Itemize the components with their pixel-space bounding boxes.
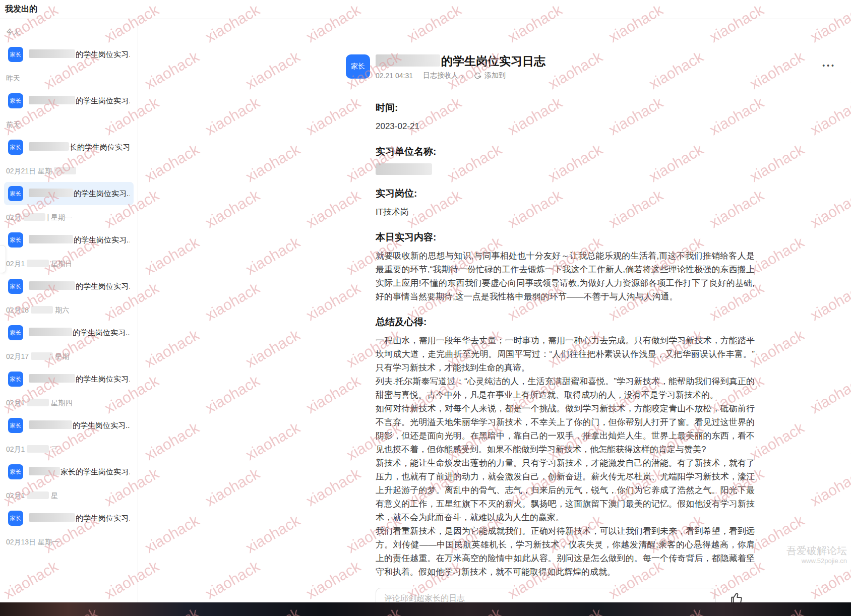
date-header: 02月1星期四 [0,399,138,409]
log-item-title: 家长的学生岗位实习... [29,467,130,477]
parent-badge: 家长 [8,47,23,62]
field-label-summary: 总结及心得: [376,316,755,329]
sidebar: 今天 家长 的学生岗位实习... 昨天 家长 的学生岗位实习... 前天 家长 … [0,20,138,616]
more-icon: ••• [822,61,836,70]
log-title: 的学生岗位实习日志 [376,54,545,68]
redacted-name [29,513,75,522]
sidebar-date-group: 今天 家长 的学生岗位实习... [0,28,138,66]
log-list-item[interactable]: 家长 长的学生岗位实习... [4,136,134,159]
log-item-title: 的学生岗位实习... [29,96,130,106]
date-header: 今天 [0,28,138,38]
date-header: 02月13日 星期一 [0,538,138,548]
log-item-title: 的学生岗位实习... [29,235,130,245]
date-header: 02月21日 星期 [0,167,138,177]
top-bar: 我发出的 [0,0,851,19]
log-list-item[interactable]: 家长 的学生岗位实习... [4,275,134,298]
redacted-name [29,328,72,336]
sidebar-collapse-handle[interactable] [0,245,6,273]
field-label-unit: 实习单位名称: [376,145,755,158]
sidebar-date-group: 昨天 家长 的学生岗位实习... [0,74,138,112]
log-header: 家长 的学生岗位实习日志 02.21 04:31 日志接收人 › 添加到 [346,54,851,80]
log-list-item[interactable]: 家长 家长的学生岗位实习... [4,460,134,483]
log-timestamp: 02.21 04:31 [376,72,413,80]
redacted-date [27,491,49,499]
date-header: 02月1星期日 [0,260,138,270]
summary-paragraph: 列夫.托尔斯泰写道过：“心灵纯洁的人，生活充满甜蜜和喜悦。”学习新技术，能帮助我… [376,375,755,402]
log-list-item[interactable]: 家长 的学生岗位实习... [4,182,134,205]
redacted-date [27,399,49,406]
parent-badge: 家长 [8,418,23,433]
summary-paragraphs: 一程山水，需用一段年华去丈量；一时事功，需用一种心力去完成。只有做到学习新技术，… [376,334,755,579]
sidebar-date-group: 02月21日 星期 家长 的学生岗位实习... [0,167,138,205]
redacted-date [27,260,49,267]
add-to-icon [473,72,482,80]
redacted-unit-name [376,163,432,175]
field-value-time: 2023-02-21 [376,119,755,133]
page-title: 我发出的 [0,0,851,15]
field-label-post: 实习岗位: [376,187,755,200]
parent-badge: 家长 [8,186,23,201]
parent-badge: 家长 [8,511,23,526]
log-meta: 02.21 04:31 日志接收人 › 添加到 [376,71,545,80]
sidebar-date-group: 02月13日 星期一 [0,538,138,548]
sidebar-date-group: 02月18期六 家长 的学生岗位实习... [0,306,138,344]
app-window: 我发出的 今天 家长 的学生岗位实习... 昨天 家长 的学生岗位实习... 前… [0,0,851,616]
summary-paragraph: 如何对待新技术，对每个人来说，都是一个挑战。做到学习新技术，方能咬定青山不放松，… [376,402,755,456]
parent-badge: 家长 [8,140,23,155]
parent-badge: 家长 [8,232,23,248]
recipients-link[interactable]: 日志接收人 › [423,71,463,80]
summary-paragraph: 新技术，能让生命焕发出蓬勃的力量。只有学习新技术，才能激发自己的潜能。有了新技术… [376,456,755,524]
redacted-name [29,420,72,429]
bottom-image-strip [0,602,851,616]
log-detail-panel: ••• 家长 的学生岗位实习日志 02.21 04:31 日志接收人 › [346,19,851,616]
log-list-item[interactable]: 家长 的学生岗位实习... [4,43,134,66]
log-item-title: 的学生岗位实习... [29,328,130,338]
chevron-right-icon: › [461,72,463,80]
add-to-label: 添加到 [484,71,506,80]
date-header: 昨天 [0,74,138,84]
log-list-item[interactable]: 家长 的学生岗位实习... [4,321,134,344]
log-title-text: 的学生岗位实习日志 [441,54,545,68]
summary-paragraph: 我们看重新技术，是因为它能成就我们。正确对待新技术，可以让我们看到未来，看到希望… [376,524,755,579]
log-list-item[interactable]: 家长 的学生岗位实习... [4,507,134,530]
redacted-name [29,374,75,383]
date-header: 02月1星 [0,491,138,502]
parent-badge: 家长 [8,464,23,479]
log-item-title: 的学生岗位实习... [29,513,130,523]
field-label-content: 本日实习内容: [376,231,755,244]
redacted-date [31,306,53,314]
log-item-title: 的学生岗位实习... [29,374,130,384]
sidebar-date-group: 02月1星期日 家长 的学生岗位实习... [0,260,138,298]
log-item-title: 的学生岗位实习... [29,420,130,430]
field-value-post: IT技术岗 [376,205,755,219]
more-menu-button[interactable]: ••• [820,59,838,72]
redacted-name [29,281,75,290]
parent-badge: 家长 [8,279,23,294]
summary-paragraph: 一程山水，需用一段年华去丈量；一时事功，需用一种心力去完成。只有做到学习新技术，… [376,334,755,375]
date-header: 前天 [0,120,138,131]
log-item-title: 的学生岗位实习... [29,49,130,59]
redacted-name [29,96,75,104]
log-list-item[interactable]: 家长 的学生岗位实习... [4,414,134,437]
log-list-item[interactable]: 家长 的学生岗位实习... [4,89,134,112]
redacted-name [29,49,75,58]
log-item-title: 的学生岗位实习... [29,281,130,291]
field-value-content: 就要吸收新的思想与知识,与同事相处也十分友好～让我总能乐观的生活着,而这不我们推… [376,249,755,303]
recipients-label: 日志接收人 [423,71,458,80]
log-body: 时间: 2023-02-21 实习单位名称: 实习岗位: IT技术岗 本日实习内… [376,101,755,579]
redacted-date [54,167,76,174]
log-list-item[interactable]: 家长 的学生岗位实习... [4,367,134,391]
sidebar-date-group: 02月17星期 家长 的学生岗位实习... [0,352,138,391]
redacted-name [29,189,73,197]
log-list-item[interactable]: 家长 的学生岗位实习... [4,228,134,252]
sidebar-date-group: 02月1星 家长 的学生岗位实习... [0,491,138,530]
parent-badge: 家长 [8,93,23,108]
redacted-name [29,235,73,243]
sidebar-date-group: 02月| 星期一 家长 的学生岗位实习... [0,213,138,252]
add-to-button[interactable]: 添加到 [473,71,506,80]
redacted-date [31,352,53,360]
date-header: 02月1三 [0,445,138,455]
parent-badge: 家长 [8,372,23,387]
redacted-name [29,142,69,151]
parent-badge: 家长 [8,325,23,340]
